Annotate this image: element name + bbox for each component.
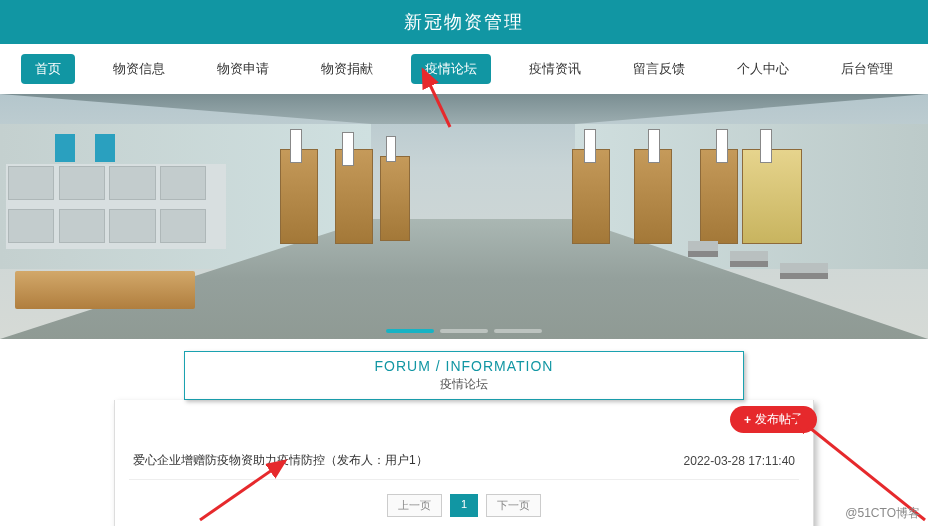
section-title-en: FORUM / INFORMATION — [185, 358, 743, 374]
plus-icon: + — [744, 413, 751, 427]
new-post-label: 发布帖子 — [755, 411, 803, 428]
pager: 上一页 1 下一页 — [129, 494, 799, 517]
nav-forum[interactable]: 疫情论坛 — [411, 54, 491, 84]
nav-supplies-apply[interactable]: 物资申请 — [203, 54, 283, 84]
hero-carousel[interactable] — [0, 94, 928, 339]
forum-post-row[interactable]: 爱心企业增赠防疫物资助力疫情防控（发布人：用户1） 2022-03-28 17:… — [129, 428, 799, 480]
page-header: 新冠物资管理 — [0, 0, 928, 44]
post-title: 爱心企业增赠防疫物资助力疫情防控（发布人：用户1） — [133, 452, 684, 469]
nav-profile[interactable]: 个人中心 — [723, 54, 803, 84]
nav-supplies-donate[interactable]: 物资捐献 — [307, 54, 387, 84]
nav-feedback[interactable]: 留言反馈 — [619, 54, 699, 84]
main-nav: 首页 物资信息 物资申请 物资捐献 疫情论坛 疫情资讯 留言反馈 个人中心 后台… — [0, 44, 928, 94]
section-title: FORUM / INFORMATION 疫情论坛 — [184, 351, 744, 400]
pager-next[interactable]: 下一页 — [486, 494, 541, 517]
pager-prev[interactable]: 上一页 — [387, 494, 442, 517]
nav-supplies-info[interactable]: 物资信息 — [99, 54, 179, 84]
section-title-cn: 疫情论坛 — [185, 376, 743, 393]
header-title: 新冠物资管理 — [404, 12, 524, 32]
nav-news[interactable]: 疫情资讯 — [515, 54, 595, 84]
new-post-button[interactable]: + 发布帖子 — [730, 406, 817, 433]
pager-current[interactable]: 1 — [450, 494, 478, 517]
watermark: @51CTO博客 — [845, 505, 920, 522]
forum-content: + 发布帖子 爱心企业增赠防疫物资助力疫情防控（发布人：用户1） 2022-03… — [114, 400, 814, 526]
post-time: 2022-03-28 17:11:40 — [684, 454, 795, 468]
nav-admin[interactable]: 后台管理 — [827, 54, 907, 84]
carousel-dots[interactable] — [386, 329, 542, 333]
nav-home[interactable]: 首页 — [21, 54, 75, 84]
